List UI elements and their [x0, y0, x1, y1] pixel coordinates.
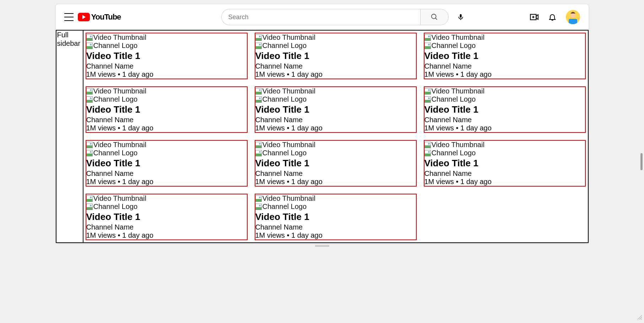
video-thumbnail[interactable]: Video Thumbnail	[255, 194, 416, 203]
create-icon	[530, 12, 539, 22]
broken-image-icon	[424, 96, 431, 103]
channel-logo-alt: Channel Logo	[93, 149, 138, 157]
video-thumbnail[interactable]: Video Thumbnail	[86, 33, 247, 42]
channel-name[interactable]: Channel Name	[255, 169, 416, 178]
video-title[interactable]: Video Title 1	[424, 50, 585, 61]
video-card[interactable]: Video ThumbnailChannel LogoVideo Title 1…	[424, 86, 586, 133]
youtube-logo[interactable]: YouTube	[78, 12, 121, 22]
video-title[interactable]: Video Title 1	[424, 158, 585, 169]
channel-logo[interactable]: Channel Logo	[255, 42, 416, 50]
channel-logo[interactable]: Channel Logo	[86, 95, 247, 103]
channel-logo[interactable]: Channel Logo	[424, 95, 585, 103]
create-button[interactable]	[530, 12, 539, 22]
video-card[interactable]: Video ThumbnailChannel LogoVideo Title 1…	[255, 140, 417, 187]
video-meta: 1M views • 1 day ago	[255, 124, 416, 132]
video-card[interactable]: Video ThumbnailChannel LogoVideo Title 1…	[255, 33, 417, 79]
horizontal-drag-handle[interactable]	[315, 245, 329, 247]
video-title[interactable]: Video Title 1	[424, 104, 585, 115]
channel-logo-alt: Channel Logo	[93, 203, 138, 211]
video-thumbnail[interactable]: Video Thumbnail	[424, 87, 585, 95]
video-thumbnail[interactable]: Video Thumbnail	[255, 33, 416, 42]
thumbnail-alt: Video Thumbnail	[263, 87, 315, 95]
channel-logo-alt: Channel Logo	[263, 95, 307, 103]
channel-name[interactable]: Channel Name	[86, 223, 247, 231]
video-meta: 1M views • 1 day ago	[255, 178, 416, 186]
menu-icon[interactable]	[64, 13, 74, 21]
avatar-icon	[566, 10, 580, 24]
channel-name[interactable]: Channel Name	[86, 116, 247, 124]
video-title[interactable]: Video Title 1	[255, 211, 416, 222]
channel-logo-alt: Channel Logo	[432, 42, 476, 50]
avatar-button[interactable]	[566, 10, 580, 24]
search-button[interactable]	[420, 9, 449, 25]
header-right	[530, 10, 580, 24]
video-thumbnail[interactable]: Video Thumbnail	[255, 87, 416, 95]
channel-name[interactable]: Channel Name	[86, 62, 247, 70]
broken-image-icon	[255, 43, 262, 49]
video-thumbnail[interactable]: Video Thumbnail	[424, 33, 585, 42]
broken-image-icon	[424, 34, 431, 41]
broken-image-icon	[86, 142, 93, 148]
video-meta: 1M views • 1 day ago	[86, 124, 247, 132]
channel-logo[interactable]: Channel Logo	[255, 203, 416, 211]
video-card[interactable]: Video ThumbnailChannel LogoVideo Title 1…	[86, 86, 248, 133]
channel-logo-alt: Channel Logo	[432, 149, 476, 157]
broken-image-icon	[255, 88, 262, 95]
channel-logo[interactable]: Channel Logo	[86, 203, 247, 211]
channel-name[interactable]: Channel Name	[255, 116, 416, 124]
video-thumbnail[interactable]: Video Thumbnail	[255, 141, 416, 149]
video-title[interactable]: Video Title 1	[86, 50, 247, 61]
scrollbar-thumb[interactable]	[640, 153, 643, 170]
channel-logo[interactable]: Channel Logo	[424, 42, 585, 50]
video-card[interactable]: Video ThumbnailChannel LogoVideo Title 1…	[255, 194, 417, 240]
thumbnail-alt: Video Thumbnail	[93, 87, 146, 95]
video-thumbnail[interactable]: Video Thumbnail	[424, 141, 585, 149]
brand-text: YouTube	[91, 12, 121, 22]
video-meta: 1M views • 1 day ago	[424, 70, 585, 79]
channel-name[interactable]: Channel Name	[424, 62, 585, 70]
broken-image-icon	[255, 204, 262, 210]
channel-logo[interactable]: Channel Logo	[86, 149, 247, 157]
channel-logo[interactable]: Channel Logo	[86, 42, 247, 50]
broken-image-icon	[424, 43, 431, 49]
video-thumbnail[interactable]: Video Thumbnail	[86, 87, 247, 95]
video-thumbnail[interactable]: Video Thumbnail	[86, 194, 247, 203]
broken-image-icon	[424, 88, 431, 95]
thumbnail-alt: Video Thumbnail	[432, 87, 485, 95]
broken-image-icon	[255, 195, 262, 202]
video-title[interactable]: Video Title 1	[255, 104, 416, 115]
video-card[interactable]: Video ThumbnailChannel LogoVideo Title 1…	[424, 140, 586, 187]
video-title[interactable]: Video Title 1	[255, 50, 416, 61]
video-card[interactable]: Video ThumbnailChannel LogoVideo Title 1…	[424, 33, 586, 79]
channel-logo[interactable]: Channel Logo	[255, 149, 416, 157]
video-title[interactable]: Video Title 1	[255, 158, 416, 169]
mic-button[interactable]	[457, 13, 464, 21]
main-layout: Full sidebar Video ThumbnailChannel Logo…	[56, 30, 589, 243]
video-title[interactable]: Video Title 1	[86, 104, 247, 115]
mic-icon	[457, 13, 464, 21]
broken-image-icon	[86, 88, 93, 95]
resize-handle[interactable]	[637, 314, 643, 322]
video-thumbnail[interactable]: Video Thumbnail	[86, 141, 247, 149]
broken-image-icon	[86, 34, 93, 41]
svg-line-10	[638, 315, 642, 319]
channel-logo[interactable]: Channel Logo	[424, 149, 585, 157]
notifications-button[interactable]	[548, 13, 557, 21]
channel-name[interactable]: Channel Name	[86, 169, 247, 178]
channel-name[interactable]: Channel Name	[424, 169, 585, 178]
channel-name[interactable]: Channel Name	[255, 62, 416, 70]
app-frame: YouTube	[56, 4, 589, 243]
video-meta: 1M views • 1 day ago	[255, 231, 416, 239]
search-input[interactable]	[221, 9, 420, 25]
video-card[interactable]: Video ThumbnailChannel LogoVideo Title 1…	[255, 86, 417, 133]
video-title[interactable]: Video Title 1	[86, 211, 247, 222]
channel-name[interactable]: Channel Name	[255, 223, 416, 231]
svg-line-1	[435, 18, 437, 20]
channel-logo[interactable]: Channel Logo	[255, 95, 416, 103]
video-card[interactable]: Video ThumbnailChannel LogoVideo Title 1…	[86, 194, 248, 240]
video-card[interactable]: Video ThumbnailChannel LogoVideo Title 1…	[86, 33, 248, 79]
channel-name[interactable]: Channel Name	[424, 116, 585, 124]
video-card[interactable]: Video ThumbnailChannel LogoVideo Title 1…	[86, 140, 248, 187]
video-title[interactable]: Video Title 1	[86, 158, 247, 169]
channel-logo-alt: Channel Logo	[93, 95, 138, 103]
